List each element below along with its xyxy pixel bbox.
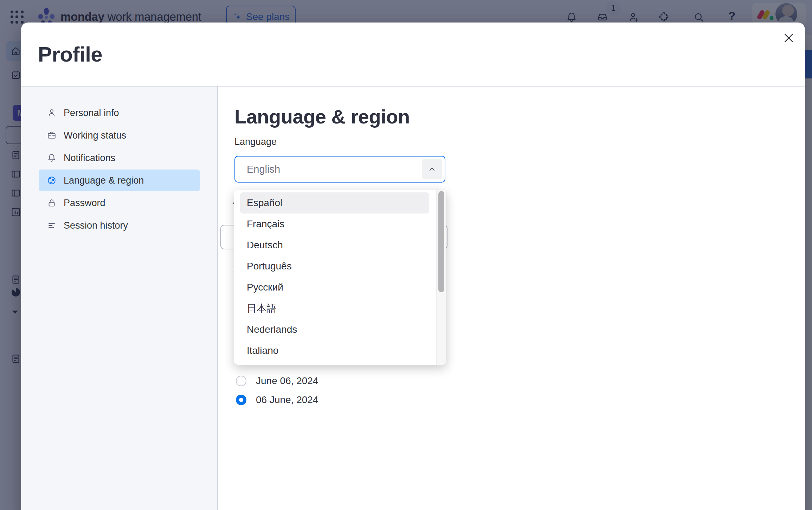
language-option[interactable]: Português (240, 256, 429, 277)
briefcase-icon (47, 130, 57, 140)
date-format-option[interactable]: 06 June, 2024 (236, 395, 318, 405)
modal-body: Personal infoWorking statusNotifications… (21, 86, 805, 510)
profile-nav: Personal infoWorking statusNotifications… (21, 87, 218, 510)
language-select[interactable]: English (234, 156, 445, 183)
chevron-up-icon[interactable] (422, 159, 442, 179)
close-icon[interactable] (782, 31, 796, 45)
language-dropdown: EspañolFrançaisDeutschPortuguêsРусский日本… (234, 190, 446, 365)
dropdown-scrollbar-track[interactable] (436, 190, 446, 365)
nav-item-label: Notifications (64, 153, 115, 164)
lock-icon (47, 198, 57, 208)
language-option[interactable]: Русский (240, 277, 429, 298)
language-option[interactable]: Nederlands (240, 319, 429, 340)
language-option[interactable]: Español (240, 192, 429, 213)
nav-item-label: Password (64, 198, 105, 209)
radio-selected[interactable] (236, 395, 246, 405)
language-option[interactable]: Français (240, 213, 429, 235)
nav-item-notifications[interactable]: Notifications (39, 147, 200, 169)
modal-header: Profile (21, 23, 805, 86)
bell-icon (47, 153, 57, 163)
language-option[interactable]: 日本語 (240, 298, 429, 319)
date-format-options: June 06, 202406 June, 2024 (236, 376, 318, 414)
page-title: Language & region (234, 106, 805, 128)
nav-item-label: Session history (64, 220, 128, 231)
language-option-list: EspañolFrançaisDeutschPortuguêsРусский日本… (234, 192, 446, 361)
language-label: Language (234, 136, 805, 147)
nav-item-language-region[interactable]: Language & region (39, 170, 200, 191)
screen: monday work management See plans 1 ? (0, 0, 812, 510)
nav-item-label: Language & region (64, 175, 144, 186)
globe-icon (47, 176, 57, 185)
language-option[interactable]: Deutsch (240, 235, 429, 256)
language-option[interactable]: Italiano (240, 340, 429, 361)
date-format-label: 06 June, 2024 (256, 394, 318, 406)
radio-unselected[interactable] (236, 376, 246, 386)
nav-item-working-status[interactable]: Working status (39, 125, 200, 146)
modal-title: Profile (38, 42, 102, 66)
profile-modal: Profile Personal infoWorking statusNotif… (21, 23, 805, 510)
nav-item-password[interactable]: Password (39, 192, 200, 214)
nav-item-session-history[interactable]: Session history (39, 215, 200, 236)
history-icon (47, 221, 57, 230)
date-format-label: June 06, 2024 (256, 375, 318, 387)
dropdown-scrollbar-thumb[interactable] (438, 191, 444, 292)
nav-item-personal-info[interactable]: Personal info (39, 102, 200, 124)
person-icon (47, 108, 57, 118)
date-format-option[interactable]: June 06, 2024 (236, 376, 318, 386)
nav-item-label: Working status (64, 130, 126, 141)
modal-main: Language & region Language English Españ… (218, 87, 805, 510)
nav-item-label: Personal info (64, 108, 119, 119)
language-select-value: English (247, 164, 280, 175)
